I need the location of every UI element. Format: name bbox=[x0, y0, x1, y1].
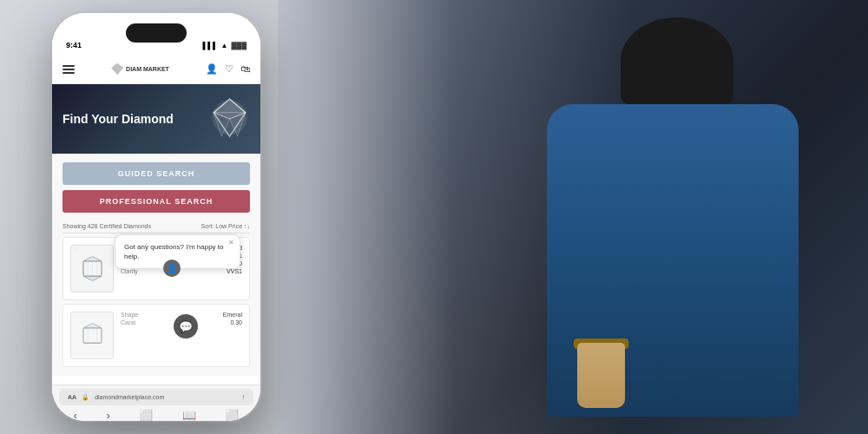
back-button[interactable]: ‹ bbox=[74, 409, 77, 421]
guided-search-button[interactable]: GUIDED SEARCH bbox=[62, 162, 250, 185]
logo-text: DIAM MARKET bbox=[126, 66, 169, 72]
avatar-icon: 👤 bbox=[167, 264, 177, 273]
status-icons: ▌▌▌ ▲ ▓▓▓ bbox=[203, 42, 247, 49]
hamburger-line-1 bbox=[62, 65, 75, 67]
bookmarks-icon[interactable]: 📖 bbox=[182, 409, 196, 421]
dynamic-island bbox=[126, 23, 187, 43]
browser-bottom-bar: AA 🔒 diamondmarketplace.com ↑ ‹ › ⬜ 📖 ⬜ bbox=[52, 385, 260, 421]
chat-open-button[interactable]: 💬 bbox=[174, 314, 198, 339]
url-text: diamondmarketplace.com bbox=[95, 394, 236, 400]
showing-text: Showing 428 Certified Diamonds bbox=[62, 223, 151, 229]
battery-icon: ▓▓▓ bbox=[232, 42, 247, 49]
person-hat bbox=[621, 17, 733, 104]
results-info: Showing 428 Certified Diamonds Sort: Low… bbox=[62, 220, 250, 233]
clarity-value: VVS1 bbox=[227, 268, 242, 274]
phone-screen: 9:41 ▌▌▌ ▲ ▓▓▓ DIAM MARKET 👤 ♡ 🛍 bbox=[52, 13, 260, 421]
phone-mockup: 9:41 ▌▌▌ ▲ ▓▓▓ DIAM MARKET 👤 ♡ 🛍 bbox=[52, 13, 260, 421]
hamburger-line-3 bbox=[62, 72, 75, 74]
sort-label[interactable]: Sort: Low Price ↑↓ bbox=[201, 223, 250, 229]
tabs-icon[interactable]: ⬜ bbox=[225, 409, 239, 421]
aa-text[interactable]: AA bbox=[68, 394, 76, 400]
signal-icon: ▌▌▌ bbox=[203, 42, 218, 49]
chat-text: Got any questions? I'm happy to help. bbox=[124, 242, 231, 261]
shape-value-2: Emeral bbox=[223, 312, 242, 318]
professional-search-button[interactable]: PROFESSIONAL SEARCH bbox=[62, 190, 250, 213]
brand-logo: DIAM MARKET bbox=[111, 63, 169, 76]
clarity-label: Clarity bbox=[121, 268, 138, 274]
hero-section: Find Your Diamond bbox=[52, 84, 260, 154]
background-photo bbox=[278, 0, 868, 434]
wishlist-icon[interactable]: ♡ bbox=[225, 63, 233, 75]
address-bar[interactable]: AA 🔒 diamondmarketplace.com ↑ bbox=[59, 389, 253, 405]
hero-title: Find Your Diamond bbox=[62, 111, 174, 127]
chat-icon: 💬 bbox=[179, 320, 193, 333]
logo-diamond-icon bbox=[111, 63, 123, 76]
diamond-card-2[interactable]: ♡ Shape Emeral Carat bbox=[62, 304, 250, 367]
carat-label-2: Carat bbox=[121, 319, 135, 326]
forward-button[interactable]: › bbox=[107, 409, 110, 421]
chat-close-button[interactable]: ✕ bbox=[228, 239, 234, 247]
share-icon[interactable]: ↑ bbox=[241, 393, 245, 401]
chat-bubble: ✕ Got any questions? I'm happy to help. … bbox=[115, 234, 240, 269]
nav-bar: DIAM MARKET 👤 ♡ 🛍 bbox=[52, 55, 260, 84]
user-icon[interactable]: 👤 bbox=[206, 63, 218, 75]
shape-label-2: Shape bbox=[121, 312, 138, 318]
hero-diamond-image bbox=[206, 95, 253, 143]
diamond-image-2 bbox=[70, 312, 114, 359]
share-button[interactable]: ⬜ bbox=[139, 409, 153, 421]
cart-icon[interactable]: 🛍 bbox=[240, 63, 250, 75]
lock-icon: 🔒 bbox=[82, 394, 89, 401]
svg-marker-7 bbox=[83, 257, 102, 261]
status-time: 9:41 bbox=[66, 41, 82, 49]
hamburger-menu[interactable] bbox=[62, 65, 75, 74]
svg-marker-15 bbox=[83, 324, 102, 328]
nav-icons: 👤 ♡ 🛍 bbox=[206, 63, 250, 75]
clarity-row: Clarity VVS1 bbox=[121, 268, 242, 274]
coffee-cup bbox=[577, 343, 625, 408]
card-heart-icon[interactable]: ♡ bbox=[72, 243, 80, 253]
svg-rect-14 bbox=[83, 328, 102, 344]
browser-nav-icons: ‹ › ⬜ 📖 ⬜ bbox=[52, 407, 260, 421]
svg-marker-8 bbox=[83, 276, 102, 280]
carat-value-2: 0.30 bbox=[230, 319, 242, 326]
hamburger-line-2 bbox=[62, 69, 75, 70]
wifi-icon: ▲ bbox=[221, 42, 228, 49]
